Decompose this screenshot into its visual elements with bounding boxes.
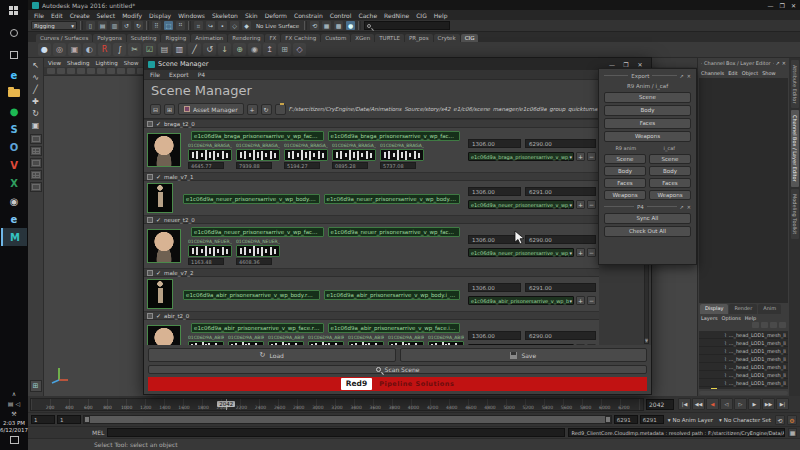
menubar-item[interactable]: Help (434, 12, 448, 19)
taskbar-app-file-explorer[interactable] (1, 84, 27, 102)
asset-manager-button[interactable]: Asset Manager (178, 103, 244, 115)
caf-file-label[interactable]: e1c06d9a_abir_prisonersarrive_v_wp_body.… (324, 290, 461, 300)
start-frame-field[interactable]: 1306.00 (468, 187, 521, 196)
paint-select-tool-icon[interactable]: ╱ (30, 84, 42, 96)
construction-history-icon[interactable]: ⟲ (310, 21, 319, 30)
remove-export-button[interactable]: − (587, 200, 596, 209)
export-weapons-button[interactable]: Weapons (604, 131, 691, 142)
remove-export-button[interactable]: − (587, 296, 596, 305)
shelf-monitor-icon[interactable]: ▣ (68, 43, 81, 56)
shelf-tab[interactable]: FX (265, 34, 280, 42)
tray-tool-icon[interactable]: ⚒ (11, 408, 16, 418)
shelf-tab[interactable]: Custom (321, 34, 350, 42)
move-layer-up-icon[interactable] (770, 322, 777, 328)
audio-clip[interactable]: 01C06D9A_ABIR_Qu (188, 335, 224, 345)
snap-grid-icon[interactable]: ⌗ (194, 21, 203, 30)
shelf-tab[interactable]: PR_pos (405, 34, 433, 42)
maya-titlebar[interactable]: Autodesk Maya 2016: untitled* — ❐ ✕ (28, 0, 800, 10)
shelf-tab[interactable]: TURTLE (375, 34, 404, 42)
character-body-thumbnail[interactable] (147, 183, 173, 213)
add-export-button[interactable]: + (576, 296, 585, 305)
row-checkbox[interactable]: ✓ (156, 270, 161, 276)
menubar-item[interactable]: Skeleton (212, 12, 238, 19)
channel-box-header[interactable]: Channel Box / Layer Editor ↗ ✕ (698, 58, 789, 68)
render-icon[interactable]: ▦ (322, 21, 331, 30)
shelf-tab[interactable]: Sculpting (127, 34, 161, 42)
load-button[interactable]: ↻Load (148, 348, 396, 362)
taskbar-app-internet-explorer[interactable]: e (1, 210, 27, 228)
audio-clip[interactable]: 01C06D9A_BRAGA_Qu7939.88 (236, 143, 280, 169)
scroll-down-icon[interactable]: ▼ (645, 338, 648, 343)
menubar-item[interactable]: Control (330, 12, 352, 19)
animation-start-field[interactable]: 1 (31, 415, 55, 424)
audio-clip[interactable]: 01C06D9A_BRAGA_Qu5194.27 (284, 143, 328, 169)
export-grid-weapons-button[interactable]: Weapons (649, 190, 691, 200)
open-scene-icon[interactable]: ▤ (98, 21, 107, 30)
clip-value-field[interactable]: 5737.08 (380, 162, 416, 169)
layout-outliner-button[interactable] (30, 182, 42, 192)
save-scene-icon[interactable]: ▥ (110, 21, 119, 30)
sidebar-vertical-tab[interactable]: Attribute Editor (791, 60, 799, 108)
select-object-icon[interactable]: ⬚ (164, 21, 173, 30)
scale-tool-icon[interactable]: ▣ (30, 120, 42, 132)
caf-file-label[interactable]: e1c06d9a_abir_prisonersarrive_v_wp_face.… (328, 323, 461, 333)
snap-point-icon[interactable]: ∙ (218, 21, 227, 30)
audio-clip[interactable]: 01C06D9A_NEUER_Qu4608.36 (236, 239, 280, 265)
layer-row[interactable]: ⌇..._head_LOD1_mesh_li (699, 339, 788, 347)
export-target-dropdown[interactable]: e1c06d9a_braga_prisonersarrive_v_wp_face… (468, 152, 574, 161)
menubar-item[interactable]: File (34, 12, 44, 19)
shelf-magnet-icon[interactable]: ◇ (293, 43, 306, 56)
collapse-all-button[interactable]: ⊟ (150, 104, 161, 115)
start-frame-field[interactable]: 1306.00 (468, 235, 521, 244)
viewport-toolbar-icon[interactable] (97, 68, 105, 74)
close-icon[interactable]: ✕ (687, 73, 691, 79)
taskbar-clock[interactable]: 2:03 PM6/12/2017 (0, 418, 28, 436)
row-checkbox[interactable]: ✓ (156, 313, 161, 319)
menubar-item[interactable]: Windows (178, 12, 205, 19)
menubar-item[interactable]: Deform (265, 12, 287, 19)
character-body-thumbnail[interactable] (147, 279, 173, 309)
add-export-button[interactable]: + (576, 248, 585, 257)
minimize-button[interactable]: — (605, 61, 619, 68)
remove-export-button[interactable]: − (587, 152, 596, 161)
layer-row[interactable]: ⌇..._head_LOD1_mesh_li (699, 355, 788, 363)
collapse-icon[interactable] (147, 270, 153, 276)
clip-value-field[interactable]: 5194.27 (284, 162, 320, 169)
export-target-dropdown[interactable]: e1c06d9a_abir_prisonersarrive_v_wp_body▾ (468, 296, 574, 305)
viewport-menu-item[interactable]: Lighting (95, 60, 117, 66)
sync-all-button[interactable]: Sync All (604, 213, 691, 224)
layout-four-pane-button[interactable] (30, 146, 42, 156)
export-panel-header[interactable]: Export ↗ ✕ (604, 71, 691, 80)
layer-row[interactable]: ⌇..._head_LOD1_mesh_li (699, 347, 788, 355)
channel-box-menu-item[interactable]: Channels (701, 70, 724, 76)
viewport-toolbar-icon[interactable] (77, 68, 85, 74)
viewport-toolbar-icon[interactable] (87, 68, 95, 74)
move-tool-icon[interactable]: ✚ (30, 96, 42, 108)
close-icon[interactable]: ✕ (687, 204, 691, 210)
clip-value-field[interactable]: 1163.48 (188, 258, 224, 265)
move-layer-down-icon[interactable] (779, 322, 786, 328)
add-export-button[interactable]: + (576, 344, 585, 345)
taskbar-app-steam[interactable]: ◉ (1, 192, 27, 210)
anim-file-label[interactable]: e1c06d9a_abir_prisonersarrive_v_wp_body.… (183, 290, 320, 300)
row-checkbox[interactable]: ✓ (156, 174, 161, 180)
shelf-curve-icon[interactable]: ∫ (113, 43, 126, 56)
layer-list-scrollbar[interactable] (699, 391, 788, 395)
character-face-thumbnail[interactable] (147, 133, 181, 167)
shelf-save-icon[interactable]: ▥ (173, 43, 186, 56)
character-face-thumbnail[interactable] (147, 229, 181, 263)
close-button[interactable]: ✕ (633, 61, 647, 68)
collapse-icon[interactable] (147, 217, 153, 223)
end-frame-field[interactable]: 6291.00 (525, 283, 596, 292)
viewport-menu-item[interactable]: Show (124, 60, 139, 66)
audio-clip[interactable]: 01C06D9A_ABIR_Qu (228, 335, 264, 345)
current-frame-field[interactable]: 2042 (646, 399, 674, 410)
close-icon[interactable]: ✕ (782, 60, 786, 66)
viewport-toolbar-icon[interactable] (107, 68, 115, 74)
export-faces-button[interactable]: Faces (604, 118, 691, 129)
scene-manager-menu-item[interactable]: P4 (198, 71, 205, 78)
close-button[interactable]: ✕ (791, 2, 796, 9)
viewport-toolbar-icon[interactable] (57, 68, 65, 74)
ipr-render-icon[interactable]: ▩ (334, 21, 343, 30)
menubar-item[interactable]: Create (70, 12, 90, 19)
